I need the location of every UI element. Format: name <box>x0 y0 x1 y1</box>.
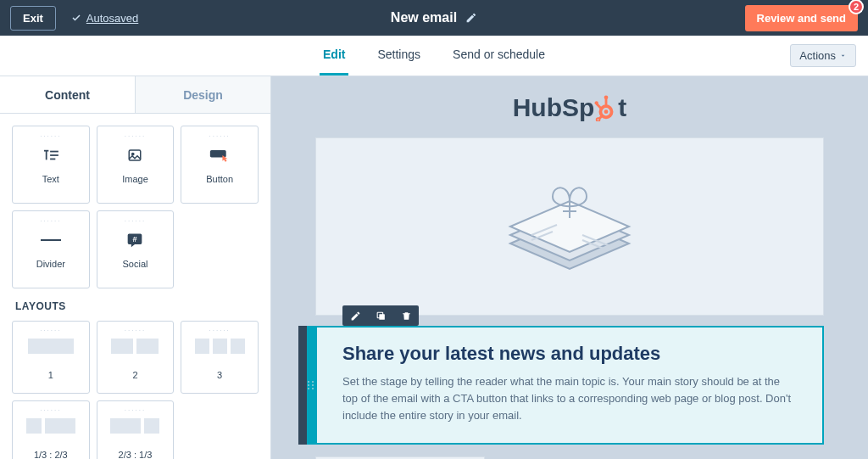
grip-icon: ······ <box>40 327 61 334</box>
content-item-label: Button <box>206 174 233 184</box>
review-label: Review and send <box>757 12 846 25</box>
tab-settings[interactable]: Settings <box>374 36 424 76</box>
grip-icon: ······ <box>125 132 146 140</box>
tab-send-or-schedule[interactable]: Send or schedule <box>449 36 548 76</box>
autosave-label[interactable]: Autosaved <box>86 12 138 25</box>
text-icon <box>41 145 61 165</box>
sprocket-icon <box>594 94 618 121</box>
pencil-icon <box>350 311 361 322</box>
actions-dropdown[interactable]: Actions <box>790 44 856 67</box>
text-block[interactable]: Share your latest news and updates Set t… <box>315 326 824 445</box>
grip-icon: ······ <box>209 132 230 140</box>
sidebar-tab-design[interactable]: Design <box>135 76 270 114</box>
content-item-social[interactable]: ······ # Social <box>97 210 175 288</box>
top-bar: Exit Autosaved New email Review and send… <box>0 0 868 36</box>
clone-block-button[interactable] <box>368 305 393 326</box>
copy-icon <box>376 311 387 322</box>
layout-label: 1/3 : 2/3 <box>34 450 68 460</box>
content-item-button[interactable]: ······ Button <box>181 126 259 204</box>
content-item-image[interactable]: ······ Image <box>97 126 175 204</box>
trash-icon <box>401 311 412 322</box>
layout-1-2[interactable]: ······ 1/3 : 2/3 <box>12 400 90 459</box>
layout-label: 3 <box>217 370 222 380</box>
layout-2-1[interactable]: ······ 2/3 : 1/3 <box>97 400 175 459</box>
logo-text: t <box>618 93 626 122</box>
image-icon <box>125 145 145 165</box>
divider-icon <box>41 230 61 250</box>
block-toolbar <box>342 305 419 326</box>
grip-icon: ······ <box>125 327 146 334</box>
block-heading: Share your latest news and updates <box>342 343 797 365</box>
sidebar: Content Design ······ Text ······ Image <box>0 76 271 459</box>
content-item-label: Text <box>42 174 59 184</box>
grip-dots-icon <box>308 381 314 389</box>
drag-handle-dark[interactable] <box>298 326 307 445</box>
layout-label: 2/3 : 1/3 <box>119 450 153 460</box>
content-item-label: Social <box>123 259 148 269</box>
content-item-label: Divider <box>36 259 65 269</box>
content-item-label: Image <box>122 174 148 184</box>
grip-icon: ······ <box>125 217 146 225</box>
grip-icon: ······ <box>125 406 146 414</box>
grip-icon: ······ <box>209 327 230 334</box>
button-icon <box>209 145 230 165</box>
delete-block-button[interactable] <box>393 305 419 326</box>
block-body-text: Set the stage by telling the reader what… <box>342 373 797 424</box>
actions-label: Actions <box>799 49 836 62</box>
chevron-down-icon <box>839 52 847 59</box>
edit-block-button[interactable] <box>342 305 368 326</box>
secondary-nav: Edit Settings Send or schedule Actions <box>0 36 868 76</box>
check-icon <box>71 13 81 23</box>
svg-point-6 <box>132 153 134 154</box>
pencil-icon[interactable] <box>465 12 477 24</box>
svg-point-17 <box>597 118 600 121</box>
grip-icon: ······ <box>40 406 61 414</box>
grip-icon: ······ <box>40 132 61 140</box>
layout-label: 2 <box>132 370 137 380</box>
layout-label: 1 <box>48 370 53 380</box>
email-canvas[interactable]: HubSp t <box>271 76 868 459</box>
content-item-text[interactable]: ······ Text <box>12 126 90 204</box>
svg-point-13 <box>604 95 609 99</box>
title-text: New email <box>391 10 457 25</box>
review-badge: 2 <box>849 0 864 14</box>
drag-handle[interactable] <box>307 326 315 445</box>
social-icon: # <box>125 230 145 250</box>
review-and-send-button[interactable]: Review and send 2 <box>745 5 858 31</box>
sidebar-tab-content[interactable]: Content <box>0 76 135 114</box>
layout-3-col[interactable]: ······ 3 <box>181 321 259 394</box>
hubspot-logo: HubSp t <box>315 93 824 122</box>
stack-illustration-icon <box>485 167 654 286</box>
svg-text:#: # <box>133 235 137 243</box>
content-item-divider[interactable]: ······ Divider <box>12 210 90 288</box>
layout-2-col[interactable]: ······ 2 <box>97 321 175 394</box>
svg-point-11 <box>604 109 609 114</box>
logo-text: HubSp <box>513 93 595 122</box>
hero-image-placeholder[interactable] <box>315 137 824 316</box>
grip-icon: ······ <box>40 217 61 225</box>
svg-rect-22 <box>379 314 385 320</box>
exit-button[interactable]: Exit <box>10 6 56 31</box>
autosave-status: Autosaved <box>71 12 138 25</box>
selected-content-block[interactable]: Share your latest news and updates Set t… <box>315 326 824 445</box>
layouts-heading: LAYOUTS <box>15 300 255 312</box>
svg-point-15 <box>595 101 598 104</box>
layout-1-col[interactable]: ······ 1 <box>12 321 90 394</box>
document-title: New email <box>391 10 477 25</box>
tab-edit[interactable]: Edit <box>320 36 348 76</box>
